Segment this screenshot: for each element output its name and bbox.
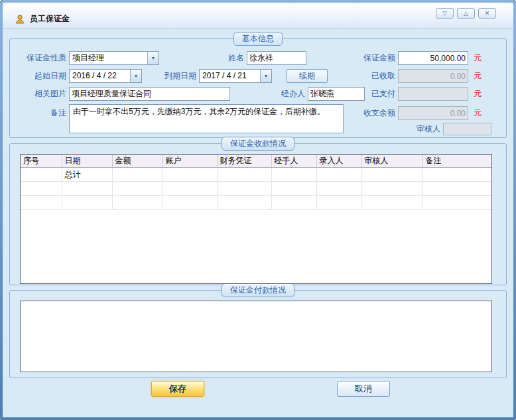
cell bbox=[316, 168, 361, 182]
currency-unit: 元 bbox=[474, 87, 482, 101]
deposit-nature-label: 保证金性质 bbox=[13, 51, 66, 65]
end-date-label: 到期日期 bbox=[153, 69, 196, 83]
related-image-label: 相关图片 bbox=[13, 87, 66, 101]
column-header-remark[interactable]: 备注 bbox=[422, 155, 491, 168]
deposit-nature-value: 项目经理 bbox=[70, 52, 147, 64]
paid-label: 已支付 bbox=[342, 87, 395, 101]
start-date-picker[interactable]: 2016 / 4 / 22 ▼ bbox=[69, 69, 142, 83]
auditor-label: 审核人 bbox=[399, 122, 440, 136]
start-date-value: 2016 / 4 / 22 bbox=[70, 70, 130, 82]
column-header-date[interactable]: 日期 bbox=[62, 155, 112, 168]
table-row-empty bbox=[21, 182, 491, 196]
end-date-value: 2017 / 4 / 21 bbox=[200, 70, 260, 82]
column-header-entry[interactable]: 录入人 bbox=[316, 155, 361, 168]
renew-button[interactable]: 续期 bbox=[287, 69, 328, 83]
column-header-handler[interactable]: 经手人 bbox=[271, 155, 316, 168]
maximize-button[interactable]: △ bbox=[457, 8, 475, 19]
name-label: 姓名 bbox=[199, 51, 244, 65]
cell bbox=[112, 168, 162, 182]
amount-field[interactable] bbox=[398, 51, 468, 65]
table-row-empty bbox=[21, 196, 491, 210]
payments-group-title: 保证金付款情况 bbox=[222, 283, 294, 297]
remark-label: 备注 bbox=[13, 106, 66, 120]
column-header-voucher[interactable]: 财务凭证 bbox=[217, 155, 271, 168]
start-date-label: 起始日期 bbox=[13, 69, 66, 83]
receipts-table: 序号 日期 金额 账户 财务凭证 经手人 录入人 审核人 备注 总计 bbox=[20, 154, 492, 284]
column-header-auditor[interactable]: 审核人 bbox=[361, 155, 422, 168]
window-title: 员工保证金 bbox=[30, 13, 70, 25]
column-header-seq[interactable]: 序号 bbox=[21, 155, 62, 168]
balance-label: 收支余额 bbox=[342, 106, 395, 120]
cell: 总计 bbox=[62, 168, 112, 182]
chevron-down-icon[interactable]: ▼ bbox=[260, 70, 271, 82]
employee-deposit-window: 员工保证金 ▽ △ ✕ 基本信息 保证金收款情况 保证金付款情况 保证金性质 项… bbox=[0, 0, 516, 420]
deposit-nature-select[interactable]: 项目经理 ▼ bbox=[69, 51, 159, 65]
save-button[interactable]: 保存 bbox=[151, 381, 204, 397]
app-icon bbox=[15, 14, 25, 25]
received-field bbox=[398, 69, 468, 83]
remark-field[interactable]: 由于一时拿不出5万元，先缴纳3万元，其余2万元的保证金，后期补缴。 bbox=[69, 104, 344, 133]
currency-unit: 元 bbox=[474, 69, 482, 83]
cancel-button[interactable]: 取消 bbox=[337, 381, 390, 397]
chevron-down-icon[interactable]: ▼ bbox=[147, 52, 159, 64]
chevron-down-icon[interactable]: ▼ bbox=[130, 70, 141, 82]
received-label: 已收取 bbox=[342, 69, 395, 83]
window-controls: ▽ △ ✕ bbox=[436, 8, 496, 19]
name-field[interactable] bbox=[247, 51, 306, 65]
auditor-field bbox=[443, 123, 491, 135]
end-date-picker[interactable]: 2017 / 4 / 21 ▼ bbox=[199, 69, 272, 83]
receipts-header-row: 序号 日期 金额 账户 财务凭证 经手人 录入人 审核人 备注 bbox=[21, 155, 491, 168]
cell bbox=[217, 168, 271, 182]
close-button[interactable]: ✕ bbox=[478, 8, 496, 19]
column-header-account[interactable]: 账户 bbox=[162, 155, 217, 168]
amount-label: 保证金额 bbox=[342, 51, 395, 65]
minimize-button[interactable]: ▽ bbox=[436, 8, 454, 19]
related-image-field[interactable] bbox=[69, 87, 230, 101]
handler-label: 经办人 bbox=[265, 87, 305, 101]
cell bbox=[271, 168, 316, 182]
payments-box bbox=[20, 301, 492, 372]
cell bbox=[361, 168, 422, 182]
cell bbox=[21, 168, 62, 182]
cell bbox=[162, 168, 217, 182]
table-row-total[interactable]: 总计 bbox=[21, 168, 491, 182]
balance-field bbox=[398, 106, 468, 120]
currency-unit: 元 bbox=[474, 51, 482, 65]
cell bbox=[422, 168, 491, 182]
receipts-group-title: 保证金收款情况 bbox=[222, 137, 294, 151]
paid-field bbox=[398, 87, 468, 101]
currency-unit: 元 bbox=[474, 106, 482, 120]
basic-info-group-title: 基本信息 bbox=[233, 32, 283, 46]
column-header-amount[interactable]: 金额 bbox=[112, 155, 162, 168]
